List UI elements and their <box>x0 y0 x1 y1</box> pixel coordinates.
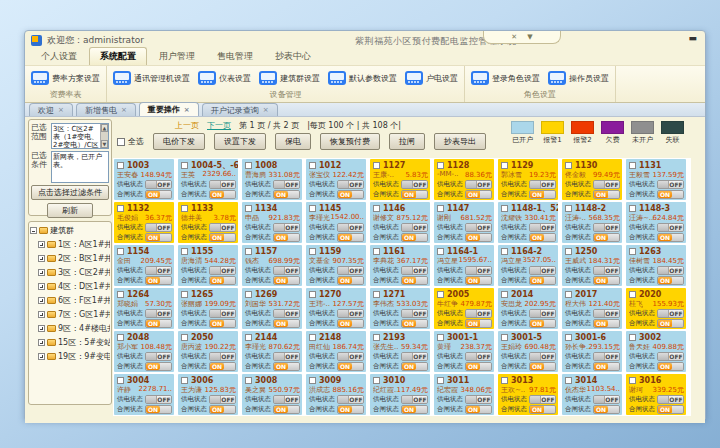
expand-icon[interactable] <box>38 339 45 346</box>
supply-toggle-off[interactable]: OFF <box>401 395 428 404</box>
room-checkbox[interactable] <box>181 334 188 341</box>
close-icon[interactable]: × <box>121 106 127 114</box>
close-toggle-on[interactable]: ON <box>145 362 172 371</box>
meter-card[interactable]: 1148-1、522沈耀铁330.41元供电状态OFF合闸状态ON <box>498 202 558 243</box>
close-toggle-on[interactable]: ON <box>273 319 300 328</box>
room-checkbox[interactable] <box>373 162 380 169</box>
room-checkbox[interactable] <box>117 162 124 169</box>
ribbon-button-通讯管理机设置[interactable]: 通讯管理机设置 <box>113 71 190 85</box>
meter-card[interactable]: 3014伉杰华1103.54..供电状态OFF合闸状态ON <box>562 374 622 415</box>
meter-card[interactable]: 1148-2汪涛-..568.35元供电状态OFF合闸状态ON <box>562 202 622 243</box>
tree-item[interactable]: 6区：F区1#井（F区1#… <box>38 295 110 306</box>
close-toggle-on[interactable]: ON <box>273 362 300 371</box>
supply-toggle-off[interactable]: OFF <box>337 395 364 404</box>
toolbar-button-抄表导出[interactable]: 抄表导出 <box>434 133 486 150</box>
close-toggle-on[interactable]: ON <box>657 276 684 285</box>
room-checkbox[interactable] <box>245 205 252 212</box>
scroll-down-icon[interactable]: ▼ <box>101 140 108 148</box>
room-checkbox[interactable] <box>565 291 572 298</box>
meter-card[interactable]: 1129郭冰雪19.23元供电状态OFF合闸状态ON <box>498 159 558 200</box>
close-toggle-on[interactable]: ON <box>465 362 492 371</box>
prev-page-link[interactable]: 上一页 <box>175 120 199 131</box>
close-toggle-on[interactable]: ON <box>529 190 556 199</box>
meter-card[interactable]: 1154金田209.45元供电状态OFF合闸状态ON <box>114 245 174 286</box>
checkbox-icon[interactable] <box>117 138 125 146</box>
close-icon[interactable]: × <box>263 106 269 114</box>
close-toggle-on[interactable]: ON <box>401 405 428 414</box>
meter-card[interactable]: 3011纪宏霞348.06元供电状态OFF合闸状态ON <box>434 374 494 415</box>
meter-card[interactable]: 1155唐海清544.28元供电状态OFF合闸状态ON <box>178 245 238 286</box>
room-checkbox[interactable] <box>565 205 572 212</box>
tree-item[interactable]: 1区：A区1#井 <box>38 239 110 250</box>
room-checkbox[interactable] <box>373 248 380 255</box>
refresh-button[interactable]: 刷新 <box>47 203 93 218</box>
expand-icon[interactable] <box>38 283 45 290</box>
supply-toggle-off[interactable]: OFF <box>657 223 684 232</box>
ribbon-button-户电设置[interactable]: 户电设置 <box>405 71 458 85</box>
meter-card[interactable]: 3009洪成志885.16元供电状态OFF合闸状态ON <box>306 374 366 415</box>
selected-range-listbox[interactable]: 3区：C区2#表（1#变电、2#变电）/C区1#… ▲ ▼ <box>51 123 109 149</box>
supply-toggle-off[interactable]: OFF <box>209 223 236 232</box>
supply-toggle-off[interactable]: OFF <box>401 223 428 232</box>
meter-card[interactable]: 1134申晶921.83元供电状态OFF合闸状态ON <box>242 202 302 243</box>
selected-condition-box[interactable]: 新网表，已开户表。 <box>51 151 109 183</box>
close-toggle-on[interactable]: ON <box>337 319 364 328</box>
supply-toggle-off[interactable]: OFF <box>145 223 172 232</box>
room-checkbox[interactable] <box>245 162 252 169</box>
supply-toggle-off[interactable]: OFF <box>593 352 620 361</box>
supply-toggle-off[interactable]: OFF <box>337 309 364 318</box>
tree-item[interactable]: 7区：G区1#井 <box>38 309 110 320</box>
expand-icon[interactable] <box>38 269 45 276</box>
meter-card[interactable]: 1164-2冯立星3527.05..供电状态OFF合闸状态ON <box>498 245 558 286</box>
meter-card[interactable]: 1157钱杰698.99元供电状态OFF合闸状态ON <box>242 245 302 286</box>
close-toggle-on[interactable]: ON <box>209 233 236 242</box>
room-checkbox[interactable] <box>565 248 572 255</box>
chevron-down-icon[interactable]: ▼ <box>527 34 532 41</box>
ribbon-tab-抄表中心[interactable]: 抄表中心 <box>265 48 321 65</box>
room-checkbox[interactable] <box>245 248 252 255</box>
meter-card[interactable]: 1250王威武184.31元供电状态OFF合闸状态ON <box>562 245 622 286</box>
close-toggle-on[interactable]: ON <box>657 362 684 371</box>
supply-toggle-off[interactable]: OFF <box>465 223 492 232</box>
room-checkbox[interactable] <box>437 162 444 169</box>
meter-card[interactable]: 2148田红仙186.74元供电状态OFF合闸状态ON <box>306 331 366 372</box>
meter-card[interactable]: 1127王康-..5.83元供电状态OFF合闸状态ON <box>370 159 430 200</box>
room-checkbox[interactable] <box>629 334 636 341</box>
room-checkbox[interactable] <box>117 291 124 298</box>
close-toggle-on[interactable]: ON <box>209 276 236 285</box>
close-toggle-on[interactable]: ON <box>401 190 428 199</box>
supply-toggle-off[interactable]: OFF <box>401 266 428 275</box>
room-checkbox[interactable] <box>501 248 508 255</box>
supply-toggle-off[interactable]: OFF <box>529 395 556 404</box>
room-checkbox[interactable] <box>117 248 124 255</box>
room-checkbox[interactable] <box>117 377 124 384</box>
ribbon-button-费率方案设置[interactable]: 费率方案设置 <box>31 71 100 85</box>
close-toggle-on[interactable]: ON <box>593 319 620 328</box>
room-checkbox[interactable] <box>437 291 444 298</box>
toolbar-button-设置下发[interactable]: 设置下发 <box>214 133 266 150</box>
room-checkbox[interactable] <box>309 162 316 169</box>
close-toggle-on[interactable]: ON <box>145 276 172 285</box>
supply-toggle-off[interactable]: OFF <box>529 309 556 318</box>
supply-toggle-off[interactable]: OFF <box>273 223 300 232</box>
supply-toggle-off[interactable]: OFF <box>273 266 300 275</box>
supply-toggle-off[interactable]: OFF <box>657 395 684 404</box>
tree-root[interactable]: 建筑群 <box>30 225 110 236</box>
room-checkbox[interactable] <box>309 334 316 341</box>
toolbar-button-恢复预付费[interactable]: 恢复预付费 <box>320 133 380 150</box>
supply-toggle-off[interactable]: OFF <box>401 309 428 318</box>
close-toggle-on[interactable]: ON <box>465 319 492 328</box>
meter-card[interactable]: 2014安思龙202.95元供电状态OFF合闸状态ON <box>498 288 558 329</box>
meter-card[interactable]: 3008吴之翼550.97元供电状态OFF合闸状态ON <box>242 374 302 415</box>
expand-icon[interactable] <box>38 353 45 360</box>
room-checkbox[interactable] <box>437 248 444 255</box>
meter-card[interactable]: 3010纪红霞..117.49元供电状态OFF合闸状态ON <box>370 374 430 415</box>
close-toggle-on[interactable]: ON <box>657 233 684 242</box>
supply-toggle-off[interactable]: OFF <box>337 180 364 189</box>
room-checkbox[interactable] <box>117 334 124 341</box>
meter-card[interactable]: 1271李伟杰533.03元供电状态OFF合闸状态ON <box>370 288 430 329</box>
room-checkbox[interactable] <box>181 248 188 255</box>
expand-icon[interactable] <box>38 325 45 332</box>
room-checkbox[interactable] <box>117 205 124 212</box>
meter-card[interactable]: 2050唐丙波190.22元供电状态OFF合闸状态ON <box>178 331 238 372</box>
